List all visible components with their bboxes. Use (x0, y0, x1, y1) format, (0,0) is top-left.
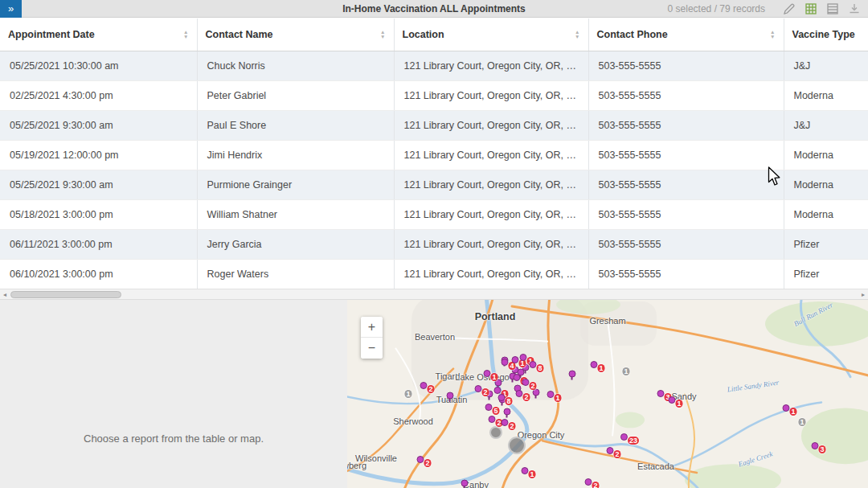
appointment-marker[interactable]: 2 (508, 417, 515, 432)
cell-appointment-date: 05/19/2021 12:00:00 pm (0, 140, 197, 170)
marker-pin-icon (782, 404, 789, 412)
table-row[interactable]: 06/11/2021 3:00:00 pm Jerry Garcia 121 L… (0, 229, 868, 259)
marker-pin-icon (657, 390, 664, 397)
cell-appointment-date: 05/25/2021 9:30:00 am (0, 110, 197, 140)
appointment-marker[interactable]: 1 (622, 363, 629, 377)
grid-view-button[interactable] (804, 2, 818, 16)
table-view-button[interactable] (825, 2, 840, 16)
sort-down-caret: ▼ (770, 35, 775, 39)
sort-icon[interactable]: ▲ ▼ (575, 30, 579, 39)
appointment-marker[interactable]: 2 (427, 380, 434, 395)
table-row[interactable]: 06/10/2021 3:00:00 pm Roger Waters 121 L… (0, 259, 868, 289)
appointment-marker[interactable]: 1 (798, 413, 805, 428)
scroll-right-arrow[interactable]: ▸ (858, 289, 868, 300)
marker-pin-icon (513, 374, 520, 381)
cell-contact-phone: 503-555-5555 (588, 199, 784, 229)
column-header[interactable]: Vaccine Type ▲ ▼ (784, 18, 868, 51)
marker-pin-icon (501, 419, 508, 426)
table-row[interactable]: 05/25/2021 9:30:00 am Purmione Grainger … (0, 170, 868, 199)
appointment-marker[interactable]: 2 (424, 454, 431, 469)
cell-appointment-date: 06/10/2021 3:00:00 pm (0, 259, 197, 289)
zoom-control: + − (361, 317, 383, 359)
cell-appointment-date: 05/25/2021 9:30:00 am (0, 170, 197, 199)
report-panel: Choose a report from the table or map. (0, 300, 347, 488)
scroll-left-arrow[interactable]: ◂ (0, 289, 10, 300)
appointment-marker[interactable]: 1 (789, 403, 796, 417)
column-header-label: Contact Name (206, 29, 273, 40)
table-row[interactable]: 05/25/2021 9:30:00 am Paul E Shore 121 L… (0, 110, 868, 140)
appointment-marker[interactable]: 1 (404, 385, 411, 400)
location-pin[interactable] (504, 408, 511, 416)
scrollbar-thumb[interactable] (10, 291, 121, 298)
map[interactable]: Portland Gresham Beaverton Tigard Lake O… (347, 300, 868, 488)
marker-count-badge: 23 (628, 437, 639, 445)
appointment-marker[interactable]: 2 (613, 445, 620, 460)
appointment-marker[interactable]: 1 (490, 368, 497, 383)
horizontal-scrollbar[interactable]: ◂ ▸ (0, 289, 868, 300)
appointment-marker[interactable]: 2 (529, 377, 536, 392)
marker-count-badge: 3 (818, 445, 825, 453)
table-row[interactable]: 05/19/2021 12:00:00 pm Jimi Hendrix 121 … (0, 140, 868, 170)
marker-pin-icon (519, 354, 526, 361)
cell-contact-phone: 503-555-5555 (588, 170, 784, 199)
location-pin[interactable] (461, 480, 469, 487)
marker-pin-icon (620, 433, 628, 441)
cell-contact-name: Jerry Garcia (197, 229, 394, 259)
column-header[interactable]: Location ▲ ▼ (394, 18, 588, 51)
appointment-marker[interactable]: 23 (628, 432, 639, 446)
selection-status: 0 selected / 79 records (668, 3, 765, 14)
cell-appointment-date: 06/11/2021 3:00:00 pm (0, 229, 197, 259)
appointment-marker[interactable]: 8 (536, 359, 543, 374)
appointments-table: Appointment Date ▲ ▼ Contact Name ▲ (0, 18, 868, 289)
sort-icon[interactable]: ▲ ▼ (770, 30, 775, 39)
marker-count-badge: 1 (675, 400, 682, 408)
marker-pin-icon (511, 356, 518, 363)
sort-down-caret: ▼ (575, 35, 579, 39)
location-pin[interactable] (447, 392, 454, 400)
marker-pin-icon (488, 416, 495, 423)
marker-count-badge: 2 (522, 393, 530, 401)
bottom-split: Choose a report from the table or map. (0, 300, 868, 488)
marker-count-badge: 2 (613, 450, 620, 458)
appointment-marker[interactable]: 1 (675, 395, 682, 409)
download-button[interactable] (847, 2, 862, 16)
cell-contact-phone: 503-555-5555 (588, 110, 784, 140)
table-row[interactable]: 05/18/2021 3:00:00 pm William Shatner 12… (0, 199, 868, 229)
appointment-marker[interactable]: 2 (592, 477, 599, 488)
appointment-marker[interactable]: 2 (522, 388, 530, 403)
table-row[interactable]: 02/25/2021 4:30:00 pm Peter Gabriel 121 … (0, 80, 868, 110)
location-pin[interactable] (569, 371, 576, 378)
appointment-marker[interactable]: 8 (505, 392, 512, 407)
appointment-marker[interactable]: 1 (597, 359, 604, 374)
column-header[interactable]: Appointment Date ▲ ▼ (0, 18, 197, 51)
marker-count-badge: 1 (798, 418, 805, 426)
cell-contact-name: William Shatner (197, 199, 394, 229)
table-header-bar: » In-Home Vaccination ALL Appointments 0… (0, 0, 868, 18)
sort-icon[interactable]: ▲ ▼ (183, 30, 188, 39)
marker-pin-icon (483, 370, 490, 377)
edit-button[interactable] (782, 2, 796, 16)
appointment-marker[interactable]: 1 (554, 389, 561, 404)
appointment-marker[interactable]: 3 (818, 441, 825, 455)
cell-vaccine-type: Moderna (784, 170, 868, 199)
marker-pin-icon (474, 385, 481, 392)
zoom-out-button[interactable]: − (361, 338, 383, 359)
cell-contact-name: Purmione Grainger (197, 170, 394, 199)
marker-pin-icon (521, 467, 528, 474)
expand-table-button[interactable]: » (0, 0, 22, 18)
marker-count-badge: 8 (536, 364, 543, 372)
sort-icon[interactable]: ▲ ▼ (380, 30, 385, 39)
zoom-in-button[interactable]: + (361, 317, 383, 338)
marker-pin-icon (529, 361, 536, 368)
marker-count-badge: 1 (490, 373, 497, 381)
download-icon (848, 2, 861, 15)
marker-count-badge: 2 (424, 459, 431, 467)
column-header[interactable]: Contact Name ▲ ▼ (197, 18, 394, 51)
cluster-marker[interactable] (508, 437, 526, 454)
appointment-marker[interactable]: 1 (528, 465, 535, 480)
cell-contact-phone: 503-555-5555 (588, 229, 784, 259)
cell-location: 121 Library Court, Oregon City, OR, 9708… (394, 229, 588, 259)
appointment-marker[interactable]: 2 (481, 383, 489, 398)
column-header[interactable]: Contact Phone ▲ ▼ (588, 18, 784, 51)
table-row[interactable]: 05/25/2021 10:30:00 am Chuck Norris 121 … (0, 51, 868, 80)
